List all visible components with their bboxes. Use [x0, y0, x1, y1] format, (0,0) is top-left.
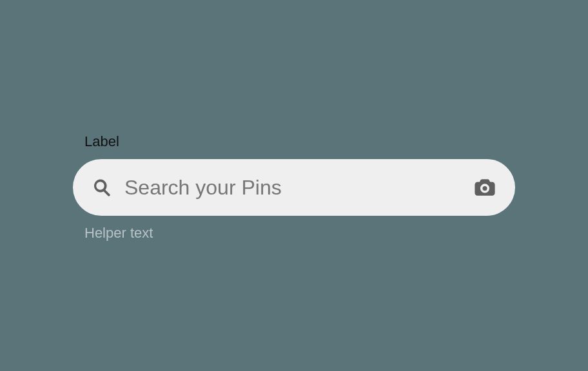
search-icon — [92, 178, 112, 197]
search-field[interactable] — [73, 159, 515, 216]
search-container: Label Helper text — [73, 133, 515, 242]
search-input[interactable] — [124, 176, 474, 200]
camera-icon[interactable] — [474, 176, 496, 198]
search-label: Label — [84, 133, 515, 150]
helper-text: Helper text — [84, 225, 515, 242]
